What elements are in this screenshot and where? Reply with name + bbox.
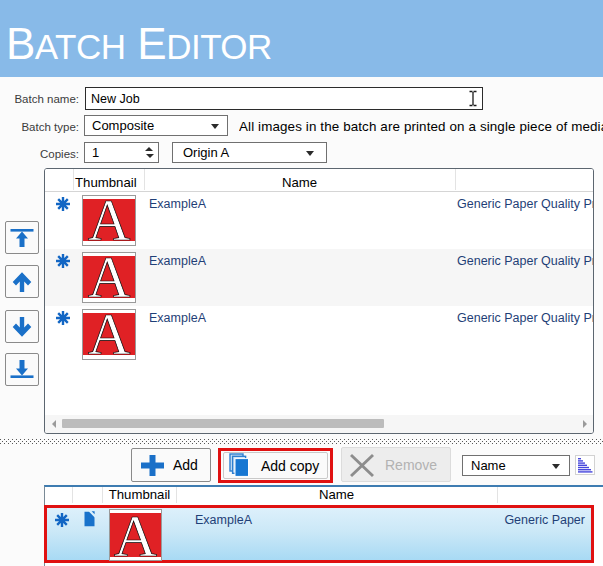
svg-text:A: A (88, 252, 131, 303)
svg-text:A: A (88, 309, 131, 360)
svg-text:A: A (88, 195, 131, 246)
